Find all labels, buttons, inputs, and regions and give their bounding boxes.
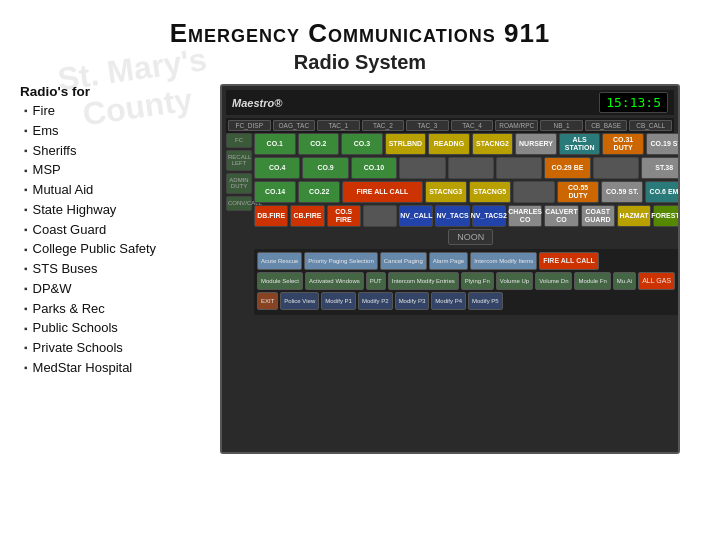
btn-co4[interactable]: CO.4	[254, 157, 300, 179]
btn-stacng5[interactable]: STACNG5	[469, 181, 511, 203]
btn-alarm-page[interactable]: Alarm Page	[429, 252, 468, 270]
btn-empty1	[399, 157, 445, 179]
btn-acute-rescue[interactable]: Acute Rescue	[257, 252, 302, 270]
list-item: Mutual Aid	[24, 180, 210, 200]
bottom-section: Acute Rescue Priority Paging Selection C…	[254, 249, 680, 315]
btn-intercom-modify-entries[interactable]: Intercom Modify Entries	[388, 272, 459, 290]
console-row-2: CO.4 CO.9 CO.10 CO.29 BE ST.38	[254, 157, 680, 179]
btn-strlbnd[interactable]: STRLBND	[385, 133, 427, 155]
btn-police-view[interactable]: Police View	[280, 292, 319, 310]
btn-db-fire[interactable]: DB.FIRE	[254, 205, 288, 227]
sidebar-btn-fc[interactable]: FC	[226, 133, 252, 148]
btn-co29-be[interactable]: CO.29 BE	[544, 157, 590, 179]
btn-priority-paging[interactable]: Priority Paging Selection	[304, 252, 377, 270]
btn-all-gas[interactable]: ALL GAS	[638, 272, 675, 290]
sidebar-buttons: FC RECALL LEFT ADMIN DUTY CONV/CALL	[226, 133, 252, 315]
status-nb1[interactable]: NB_1	[540, 120, 583, 131]
list-item: MSP	[24, 160, 210, 180]
btn-modify-p4[interactable]: Modify P4	[431, 292, 466, 310]
btn-module-fn[interactable]: Module Fn	[574, 272, 610, 290]
list-item: Private Schools	[24, 338, 210, 358]
list-item: STS Buses	[24, 259, 210, 279]
list-item: MedStar Hospital	[24, 358, 210, 378]
btn-co14[interactable]: CO.14	[254, 181, 296, 203]
status-oag-tac[interactable]: OAG_TAC	[273, 120, 316, 131]
btn-co31-duty[interactable]: CO.31 DUTY	[602, 133, 644, 155]
btn-co19-st[interactable]: CO.19 ST.	[646, 133, 680, 155]
status-cb-base[interactable]: CB_BASE	[585, 120, 628, 131]
page-subtitle: Radio System	[294, 51, 426, 74]
btn-nv-tacs[interactable]: NV_TACS	[435, 205, 469, 227]
btn-co55-duty[interactable]: CO.55 DUTY	[557, 181, 599, 203]
btn-co10[interactable]: CO.10	[351, 157, 397, 179]
btn-fire-all-call-2[interactable]: FIRE ALL CALL	[539, 252, 599, 270]
btn-modify-p1[interactable]: Modify P1	[321, 292, 356, 310]
btn-readng[interactable]: READNG	[428, 133, 470, 155]
btn-modify-p2[interactable]: Modify P2	[358, 292, 393, 310]
btn-charles[interactable]: CHARLES CO	[508, 205, 542, 227]
status-tac3[interactable]: TAC_3	[406, 120, 449, 131]
btn-stacng3[interactable]: STACNG3	[425, 181, 467, 203]
list-item: Public Schools	[24, 318, 210, 338]
btn-nv-call[interactable]: NV_CALL	[399, 205, 433, 227]
btn-vol-up[interactable]: Volume Up	[496, 272, 533, 290]
btn-activated-windows[interactable]: Activated Windows	[305, 272, 364, 290]
btn-co22[interactable]: CO.22	[298, 181, 340, 203]
btn-put[interactable]: PUT	[366, 272, 386, 290]
list-item: Parks & Rec	[24, 299, 210, 319]
btn-coast-guard[interactable]: COAST GUARD	[581, 205, 615, 227]
btn-nursery[interactable]: NURSERY	[515, 133, 557, 155]
status-fc-disp[interactable]: FC_DISP	[228, 120, 271, 131]
btn-vol-dn[interactable]: Volume Dn	[535, 272, 572, 290]
btn-fire-all-call[interactable]: FIRE ALL CALL	[342, 181, 422, 203]
btn-co59-st[interactable]: CO.59 ST.	[601, 181, 643, 203]
console-header: Maestro® 15:13:5	[226, 90, 674, 115]
btn-cancel-paging[interactable]: Cancel Paging	[380, 252, 427, 270]
clock-display: 15:13:5	[599, 92, 668, 113]
btn-co2[interactable]: CO.2	[298, 133, 340, 155]
btn-co1[interactable]: CO.1	[254, 133, 296, 155]
bottom-row-3: EXIT Police View Modify P1 Modify P2 Mod…	[257, 292, 680, 310]
btn-empty4	[593, 157, 639, 179]
list-item: College Public Safety	[24, 239, 210, 259]
list-item: Fire	[24, 101, 210, 121]
btn-stacng2[interactable]: STACNG2	[472, 133, 514, 155]
bottom-row-2: Module Select Activated Windows PUT Inte…	[257, 272, 680, 290]
btn-modify-p3[interactable]: Modify P3	[395, 292, 430, 310]
btn-st38[interactable]: ST.38	[641, 157, 680, 179]
btn-calvert[interactable]: CALVERT CO	[544, 205, 578, 227]
btn-intercom-modify[interactable]: Intercom Modify Items	[470, 252, 537, 270]
btn-modify-p5[interactable]: Modify P5	[468, 292, 503, 310]
btn-plying-fn[interactable]: Plying Fn	[461, 272, 494, 290]
list-item: Ems	[24, 121, 210, 141]
status-roam[interactable]: ROAM/RPC	[495, 120, 538, 131]
btn-mu-ai[interactable]: Mu.Ai	[613, 272, 636, 290]
btn-nv-tacs2[interactable]: NV_TACS2	[472, 205, 506, 227]
sidebar-btn-admin[interactable]: ADMIN DUTY	[226, 173, 252, 194]
btn-forestry[interactable]: FORESTRY	[653, 205, 680, 227]
sidebar-btn-conv[interactable]: CONV/CALL	[226, 196, 252, 211]
console-main: CO.1 CO.2 CO.3 STRLBND READNG STACNG2 NU…	[254, 133, 680, 315]
radio-for-title: Radio's for	[20, 84, 210, 99]
btn-module-select[interactable]: Module Select	[257, 272, 303, 290]
status-tac4[interactable]: TAC_4	[451, 120, 494, 131]
status-cb-call[interactable]: CB_CALL	[629, 120, 672, 131]
btn-exit[interactable]: EXIT	[257, 292, 278, 310]
btn-hazmat[interactable]: HAZMAT	[617, 205, 651, 227]
sidebar-btn-recall[interactable]: RECALL LEFT	[226, 150, 252, 171]
console-title: Maestro®	[232, 97, 282, 109]
console-row-1: CO.1 CO.2 CO.3 STRLBND READNG STACNG2 NU…	[254, 133, 680, 155]
page-container: St. Mary's County Emergency Communicatio…	[0, 0, 720, 540]
btn-cos-fire[interactable]: CO.S FIRE	[327, 205, 361, 227]
btn-co9[interactable]: CO.9	[302, 157, 348, 179]
btn-co6-ems[interactable]: CO.6 EMS	[645, 181, 680, 203]
status-tac2[interactable]: TAC_2	[362, 120, 405, 131]
btn-als-station[interactable]: ALS STATION	[559, 133, 601, 155]
main-content: Radio's for Fire Ems Sheriffs MSP Mutual…	[0, 84, 720, 454]
btn-cb-fire[interactable]: CB.FIRE	[290, 205, 324, 227]
btn-co3[interactable]: CO.3	[341, 133, 383, 155]
status-tac1[interactable]: TAC_1	[317, 120, 360, 131]
list-item: Coast Guard	[24, 220, 210, 240]
list-item: State Highway	[24, 200, 210, 220]
noon-label: NOON	[448, 229, 493, 245]
